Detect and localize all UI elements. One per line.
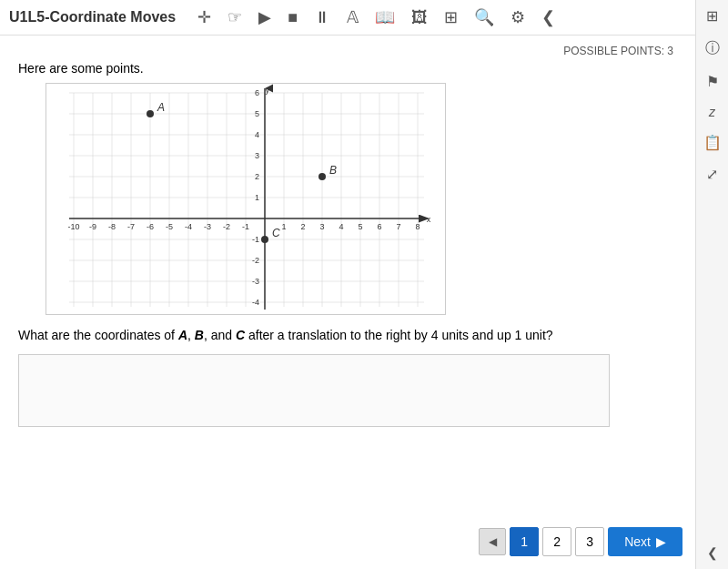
sidebar-expand-icon[interactable]: ⤢ bbox=[706, 166, 718, 183]
sidebar-info-icon[interactable]: ⓘ bbox=[705, 39, 720, 58]
svg-text:-1: -1 bbox=[242, 222, 249, 231]
svg-text:1: 1 bbox=[255, 193, 259, 202]
svg-text:4: 4 bbox=[339, 222, 343, 231]
main-content: POSSIBLE POINTS: 3 Here are some points. bbox=[0, 36, 695, 445]
svg-text:-10: -10 bbox=[67, 222, 79, 231]
book-icon[interactable]: 📖 bbox=[371, 5, 399, 29]
svg-text:-4: -4 bbox=[252, 298, 259, 307]
svg-text:3: 3 bbox=[255, 151, 259, 160]
svg-text:-8: -8 bbox=[108, 222, 116, 231]
svg-text:-6: -6 bbox=[147, 222, 154, 231]
sidebar-flag-icon[interactable]: ⚑ bbox=[706, 73, 719, 90]
answer-input[interactable] bbox=[18, 354, 610, 427]
svg-text:7: 7 bbox=[396, 222, 400, 231]
sidebar-z-icon[interactable]: z bbox=[709, 105, 715, 119]
svg-text:5: 5 bbox=[255, 109, 259, 118]
page-title: U1L5-Coordinate Moves bbox=[9, 9, 176, 25]
image-icon[interactable]: 🖼 bbox=[408, 6, 431, 29]
add-tool-icon[interactable]: ✛ bbox=[194, 5, 215, 29]
svg-text:A: A bbox=[157, 101, 165, 114]
page-1-button[interactable]: 1 bbox=[510, 527, 539, 556]
svg-text:-2: -2 bbox=[223, 222, 230, 231]
toolbar: ✛ ☞ ▶ ■ ⏸ 𝔸 📖 🖼 ⊞ 🔍 ⚙ ❮ bbox=[194, 5, 719, 29]
right-sidebar: ⊞ ⓘ ⚑ z 📋 ⤢ ❮ bbox=[695, 0, 728, 569]
pagination: ◀ 1 2 3 Next ▶ bbox=[479, 527, 682, 556]
prev-page-button[interactable]: ◀ bbox=[479, 528, 506, 555]
next-arrow-icon: ▶ bbox=[656, 534, 666, 549]
next-button[interactable]: Next ▶ bbox=[608, 527, 682, 556]
svg-text:2: 2 bbox=[300, 222, 305, 231]
svg-text:-2: -2 bbox=[252, 256, 259, 265]
svg-text:-1: -1 bbox=[252, 235, 259, 244]
svg-text:y: y bbox=[266, 86, 270, 95]
stop-icon[interactable]: ■ bbox=[284, 6, 301, 29]
svg-text:-7: -7 bbox=[127, 222, 135, 231]
pointer-tool-icon[interactable]: ☞ bbox=[224, 5, 246, 29]
sidebar-notes-icon[interactable]: 📋 bbox=[703, 134, 722, 151]
svg-text:-3: -3 bbox=[204, 222, 211, 231]
question-text: What are the coordinates of A, B, and C … bbox=[18, 326, 677, 345]
grid-icon[interactable]: ⊞ bbox=[440, 5, 461, 29]
svg-point-66 bbox=[261, 236, 268, 243]
svg-text:6: 6 bbox=[255, 88, 259, 97]
search-icon[interactable]: 🔍 bbox=[470, 5, 498, 29]
page-2-button[interactable]: 2 bbox=[542, 527, 571, 556]
svg-text:-3: -3 bbox=[252, 277, 259, 286]
sidebar-grid-icon[interactable]: ⊞ bbox=[706, 7, 718, 25]
translate-icon[interactable]: 𝔸 bbox=[343, 5, 362, 29]
settings-icon[interactable]: ⚙ bbox=[507, 5, 529, 29]
sidebar-chevron-icon[interactable]: ❮ bbox=[707, 545, 718, 560]
collapse-icon[interactable]: ❮ bbox=[538, 5, 559, 29]
svg-text:B: B bbox=[329, 164, 337, 177]
coordinate-graph: -10 -9 -8 -7 -6 -5 -4 -3 -2 -1 1 2 3 4 5… bbox=[46, 83, 446, 315]
svg-text:2: 2 bbox=[255, 172, 259, 181]
svg-text:8: 8 bbox=[415, 222, 420, 231]
svg-text:5: 5 bbox=[358, 222, 362, 231]
pause-icon[interactable]: ⏸ bbox=[310, 6, 334, 29]
svg-text:C: C bbox=[272, 227, 280, 239]
play-icon[interactable]: ▶ bbox=[255, 5, 275, 29]
svg-text:3: 3 bbox=[319, 222, 324, 231]
svg-text:4: 4 bbox=[255, 130, 259, 139]
svg-text:-4: -4 bbox=[185, 222, 192, 231]
svg-text:6: 6 bbox=[377, 222, 381, 231]
svg-point-64 bbox=[318, 173, 326, 180]
instruction-text: Here are some points. bbox=[18, 61, 677, 76]
page-3-button[interactable]: 3 bbox=[575, 527, 604, 556]
svg-text:1: 1 bbox=[281, 222, 286, 231]
svg-text:-9: -9 bbox=[89, 222, 96, 231]
points-possible: POSSIBLE POINTS: 3 bbox=[18, 45, 677, 57]
svg-point-62 bbox=[147, 110, 154, 117]
svg-text:x: x bbox=[427, 215, 431, 224]
svg-text:-5: -5 bbox=[166, 222, 173, 231]
